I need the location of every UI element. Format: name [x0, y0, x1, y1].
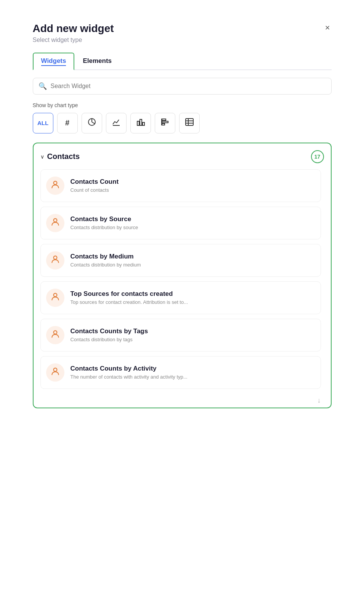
modal-header: Add new widget Select widget type ×	[33, 22, 332, 43]
search-icon: 🔍	[38, 82, 47, 90]
table-icon	[185, 117, 194, 128]
widget-name: Contacts Counts by Tags	[71, 327, 315, 335]
svg-rect-7	[162, 119, 166, 120]
widget-name: Contacts Counts by Activity	[71, 365, 315, 372]
widget-item-contacts-counts-tags[interactable]: Contacts Counts by Tags Contacts distrib…	[40, 319, 321, 352]
widget-icon-wrap	[46, 363, 64, 382]
widget-info: Contacts Counts by Activity The number o…	[71, 365, 315, 380]
svg-point-18	[53, 331, 57, 334]
widget-icon-wrap	[46, 326, 64, 344]
widget-info: Contacts Counts by Tags Contacts distrib…	[71, 327, 315, 342]
bar-chart-icon	[136, 117, 145, 128]
svg-point-15	[53, 218, 57, 222]
filter-label: Show by chart type	[33, 102, 332, 108]
widget-info: Top Sources for contacts created Top sou…	[71, 290, 315, 305]
svg-rect-9	[162, 124, 165, 125]
section-header: ∨ Contacts 17	[40, 150, 324, 163]
widget-item-contacts-counts-activity[interactable]: Contacts Counts by Activity The number o…	[40, 356, 321, 389]
widget-desc: Top sources for contact creation. Attrib…	[71, 299, 315, 305]
widget-item-contacts-by-medium[interactable]: Contacts by Medium Contacts distribution…	[40, 244, 321, 277]
contacts-tags-icon	[50, 329, 60, 341]
section-title: Contacts	[47, 152, 80, 161]
widget-icon-wrap	[46, 214, 64, 232]
widget-icon-wrap	[46, 251, 64, 270]
chart-btn-line[interactable]	[106, 113, 127, 133]
widget-item-contacts-count[interactable]: Contacts Count Count of contacts	[40, 169, 321, 202]
contacts-count-icon	[50, 180, 60, 192]
widget-name: Contacts Count	[71, 178, 315, 186]
widget-icon-wrap	[46, 289, 64, 307]
widget-info: Contacts by Source Contacts distribution…	[71, 215, 315, 230]
hash-icon: #	[65, 119, 69, 127]
widget-desc: The number of contacts with activity and…	[71, 374, 315, 380]
svg-rect-10	[186, 119, 193, 125]
widget-desc: Contacts distribution by tags	[71, 337, 315, 342]
widget-info: Contacts Count Count of contacts	[71, 178, 315, 193]
widget-name: Top Sources for contacts created	[71, 290, 315, 298]
widget-list: Contacts Count Count of contacts Contact…	[40, 169, 324, 408]
search-input[interactable]	[51, 83, 326, 90]
scroll-hint: ↓	[40, 393, 321, 408]
modal-title: Add new widget	[33, 22, 114, 35]
contacts-activity-icon	[50, 366, 60, 379]
pie-icon	[87, 117, 96, 128]
chart-btn-all[interactable]: ALL	[33, 113, 53, 133]
svg-point-17	[53, 293, 57, 297]
chart-btn-bar[interactable]	[130, 113, 151, 133]
widget-desc: Contacts distribution by medium	[71, 262, 315, 268]
widget-item-contacts-by-source[interactable]: Contacts by Source Contacts distribution…	[40, 207, 321, 239]
line-chart-icon	[112, 117, 121, 128]
chart-filters: ALL #	[33, 113, 332, 133]
chart-btn-pie[interactable]	[82, 113, 102, 133]
svg-rect-4	[143, 122, 144, 125]
widget-info: Contacts by Medium Contacts distribution…	[71, 253, 315, 268]
svg-rect-2	[137, 121, 139, 125]
svg-point-16	[53, 256, 57, 259]
chart-btn-all-label: ALL	[37, 120, 48, 126]
add-widget-modal: Add new widget Select widget type × Widg…	[22, 11, 342, 599]
search-box: 🔍	[33, 78, 332, 95]
modal-subtitle: Select widget type	[33, 37, 114, 43]
chart-btn-table[interactable]	[179, 113, 200, 133]
svg-point-19	[53, 368, 57, 371]
close-button[interactable]: ×	[324, 22, 332, 34]
top-sources-icon	[50, 292, 60, 304]
tab-widgets[interactable]: Widgets	[33, 53, 75, 70]
svg-rect-3	[140, 119, 142, 125]
contacts-source-icon	[50, 217, 60, 229]
contacts-section: ∨ Contacts 17 Contacts Count Count	[33, 143, 332, 408]
section-badge: 17	[311, 150, 324, 163]
modal-title-block: Add new widget Select widget type	[33, 22, 114, 43]
chevron-down-icon: ∨	[40, 154, 44, 160]
widget-name: Contacts by Source	[71, 215, 315, 223]
tab-elements[interactable]: Elements	[74, 53, 120, 70]
tabs-row: Widgets Elements	[33, 53, 332, 70]
chart-btn-number[interactable]: #	[57, 113, 78, 133]
hbar-chart-icon	[160, 117, 170, 128]
widget-icon-wrap	[46, 177, 64, 195]
chart-btn-hbar[interactable]	[155, 113, 175, 133]
widget-item-top-sources[interactable]: Top Sources for contacts created Top sou…	[40, 281, 321, 314]
widget-name: Contacts by Medium	[71, 253, 315, 260]
svg-rect-8	[162, 121, 168, 123]
section-title-row: ∨ Contacts	[40, 152, 80, 161]
contacts-medium-icon	[50, 254, 60, 266]
widget-desc: Count of contacts	[71, 187, 315, 193]
scroll-down-icon: ↓	[317, 396, 321, 405]
svg-point-14	[53, 181, 57, 185]
widget-desc: Contacts distribution by source	[71, 225, 315, 230]
